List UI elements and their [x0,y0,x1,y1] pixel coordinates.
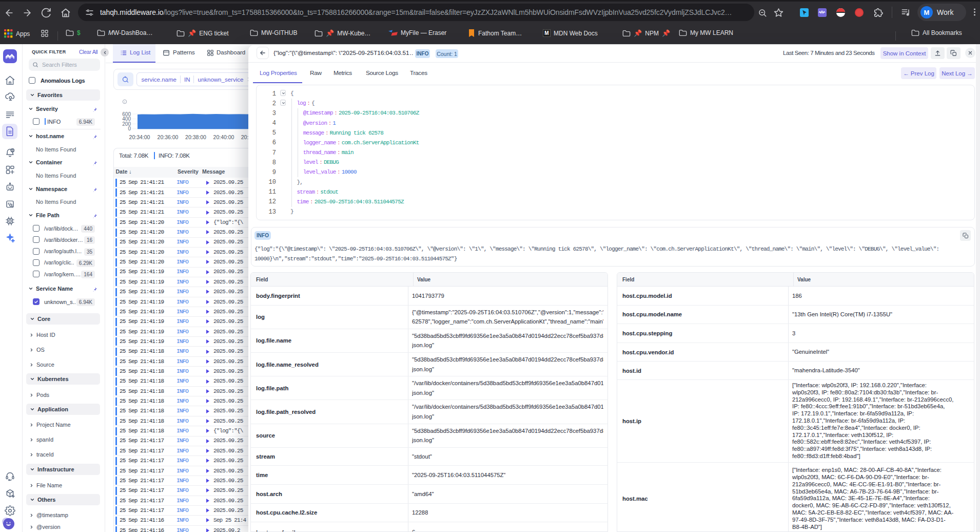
svg-text:20:40:00: 20:40:00 [213,134,234,140]
svg-text:20:36:00: 20:36:00 [158,134,179,140]
svg-text:20:38:00: 20:38:00 [185,134,206,140]
svg-text:20:34:00: 20:34:00 [129,134,150,140]
svg-text:20:4: 20:4 [241,134,249,140]
svg-text:0: 0 [128,126,131,131]
